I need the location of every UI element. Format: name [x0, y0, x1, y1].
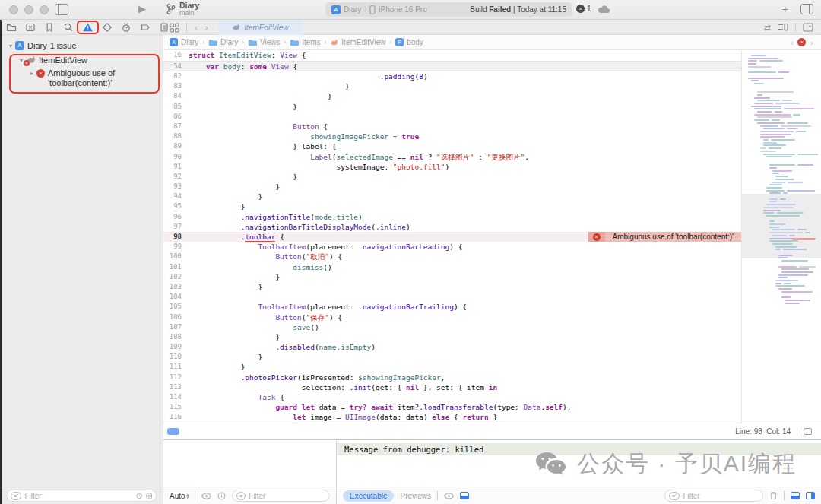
line-number[interactable]: 87 [163, 122, 182, 132]
line-number[interactable]: 95 [163, 201, 182, 211]
line-number[interactable]: 113 [163, 382, 182, 392]
run-destination[interactable]: iPhone 16 Pro [379, 5, 426, 14]
error-count-badge[interactable]: × 1 [576, 5, 591, 13]
executable-scope-button[interactable]: Executable [343, 490, 394, 502]
close-button[interactable] [9, 5, 18, 14]
minimap[interactable] [741, 50, 821, 423]
zoom-button[interactable] [40, 5, 49, 14]
line-number[interactable]: 91 [163, 162, 182, 172]
debug-layout-icon[interactable] [806, 492, 815, 499]
source-editor[interactable]: 16struct ItemEditView: View {54 var body… [163, 50, 741, 423]
variables-scope-popup[interactable]: Auto ▴▾ [170, 492, 189, 500]
trash-icon[interactable] [769, 491, 778, 500]
line-number[interactable]: 16 [163, 50, 182, 61]
line-number[interactable]: 99 [163, 242, 182, 252]
line-number[interactable]: 54 [163, 62, 182, 71]
line-number[interactable]: 110 [163, 352, 182, 362]
line-number[interactable]: 89 [163, 141, 182, 151]
breadcrumb-item-itemeditview[interactable]: ItemEditView [330, 38, 385, 46]
line-number[interactable]: 83 [163, 81, 182, 91]
editor-layout-icon[interactable] [800, 4, 813, 14]
debug-navigator-icon[interactable] [121, 22, 132, 33]
history-icon[interactable] [136, 492, 142, 500]
line-number[interactable]: 93 [163, 182, 182, 192]
scheme-selector[interactable]: A Diary 〉 iPhone 16 Pro Build Failed | T… [325, 2, 572, 17]
line-number[interactable]: 90 [163, 152, 182, 162]
variables-filter-field[interactable]: ≡ [232, 490, 330, 502]
bookmarks-navigator-icon[interactable] [44, 22, 55, 33]
previous-issue-icon[interactable]: ‹ [791, 38, 794, 47]
editor-mode-icon[interactable] [804, 428, 812, 435]
line-number[interactable]: 105 [163, 302, 182, 312]
line-number[interactable]: 85 [163, 102, 182, 112]
focus-indicator-chip[interactable] [167, 428, 179, 435]
line-number[interactable]: 112 [163, 372, 182, 382]
quicklook-eye-icon[interactable] [201, 493, 211, 499]
line-number[interactable]: 84 [163, 91, 182, 101]
line-number[interactable]: 97 [163, 222, 182, 232]
add-editor-icon[interactable] [803, 23, 813, 32]
breadcrumb-item-views[interactable]: Views [248, 38, 281, 46]
minimize-button[interactable] [24, 5, 33, 14]
line-number[interactable]: 104 [163, 292, 182, 302]
line-number[interactable]: 106 [163, 312, 182, 322]
find-navigator-icon[interactable] [63, 22, 74, 33]
filter-settings-icon[interactable] [146, 492, 152, 500]
breakpoints-navigator-icon[interactable] [140, 22, 151, 33]
line-number[interactable]: 100 [163, 252, 182, 262]
line-number[interactable]: 102 [163, 272, 182, 282]
disclosure-closed-icon[interactable]: ▸ [27, 68, 36, 77]
info-icon[interactable] [217, 492, 226, 500]
changes-navigator-icon[interactable] [25, 22, 36, 33]
console-mode-icon[interactable] [460, 492, 469, 499]
tab-itemeditview[interactable]: ItemEditView [218, 20, 302, 35]
console-filter-field[interactable]: ≡ˇ [664, 490, 763, 502]
line-number[interactable]: 86 [163, 112, 182, 122]
build-status[interactable]: Build Failed | Today at 11:15 [470, 5, 566, 14]
issue-error-icon[interactable]: × [797, 38, 806, 46]
line-number[interactable]: 115 [163, 402, 182, 412]
breadcrumb-item-items[interactable]: Items [290, 38, 320, 46]
variables-filter-input[interactable] [249, 492, 325, 500]
add-tab-button[interactable]: + [782, 3, 788, 15]
console[interactable]: Message from debugger: killed Executable… [337, 440, 821, 504]
inline-error-annotation[interactable]: ×Ambiguous use of 'toolbar(content:)' [588, 232, 741, 242]
line-number[interactable]: 82 [163, 71, 182, 81]
line-number[interactable]: 107 [163, 322, 182, 332]
line-number[interactable]: 101 [163, 262, 182, 272]
line-number[interactable]: 103 [163, 282, 182, 292]
disclosure-open-icon[interactable]: ▾ [6, 41, 15, 49]
line-number[interactable]: 88 [163, 132, 182, 141]
scheme-name[interactable]: Diary [344, 5, 361, 14]
toggle-navigator-icon[interactable] [55, 4, 68, 15]
breadcrumb-item-diary[interactable]: ADiary [170, 38, 198, 46]
issues-navigator-icon[interactable] [82, 22, 94, 33]
console-filter-input[interactable] [683, 492, 759, 500]
run-button[interactable]: ▶ [138, 3, 146, 14]
back-icon[interactable]: ‹ [195, 23, 198, 32]
line-number[interactable]: 96 [163, 212, 182, 222]
hide-debug-area-icon[interactable] [791, 492, 800, 499]
line-number[interactable]: 116 [163, 412, 182, 422]
navigator-filter-field[interactable]: ≡ˇ [6, 490, 157, 502]
line-number[interactable]: 114 [163, 392, 182, 402]
line-number[interactable]: 108 [163, 332, 182, 342]
scm-branch-indicator[interactable]: Diary main [166, 2, 199, 17]
file-issue-row[interactable]: ▾ × ItemEditView [0, 50, 163, 65]
editor-options-icon[interactable] [778, 23, 788, 32]
console-eye-icon[interactable] [444, 493, 454, 499]
project-issue-row[interactable]: ▾ A Diary 1 issue [0, 35, 163, 50]
issue-item-row[interactable]: ▸ × Ambiguous use of 'toolbar(content:)' [0, 65, 163, 88]
project-navigator-icon[interactable] [6, 22, 17, 33]
navigator-filter-input[interactable] [24, 492, 133, 500]
breadcrumb-item-diary[interactable]: Diary [208, 38, 238, 46]
line-number[interactable]: 109 [163, 342, 182, 352]
tests-navigator-icon[interactable] [102, 22, 113, 33]
variables-view[interactable]: Auto ▴▾ ≡ [163, 440, 337, 504]
line-number[interactable]: 111 [163, 362, 182, 372]
breadcrumb[interactable]: ADiary›Diary›Views›Items›ItemEditView›Pb… [170, 38, 423, 46]
next-issue-icon[interactable]: › [810, 38, 813, 47]
tab-overview-icon[interactable] [170, 23, 179, 33]
line-number[interactable]: 94 [163, 192, 182, 201]
code-review-icon[interactable]: ⇄ [764, 23, 771, 33]
